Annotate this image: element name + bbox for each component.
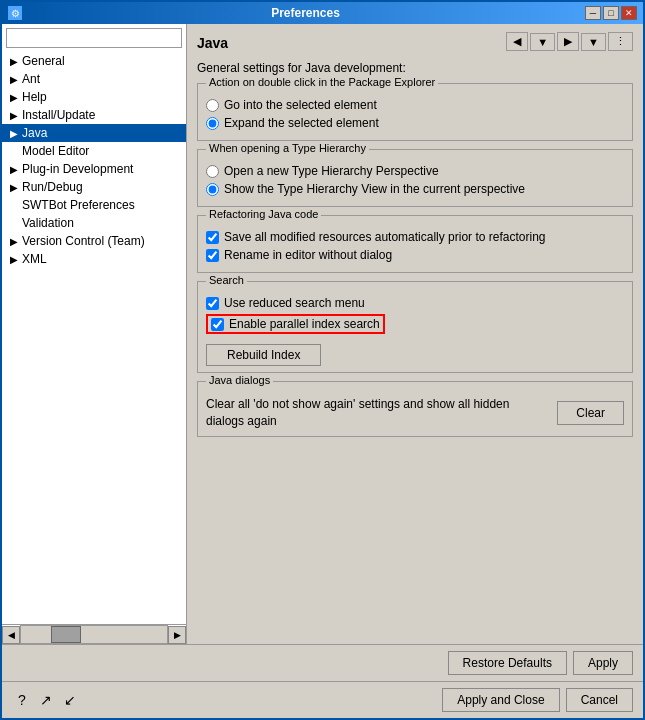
scroll-right-button[interactable]: ▶ xyxy=(168,626,186,644)
check-parallel-index: Enable parallel index search xyxy=(206,314,624,334)
window-icon: ⚙ xyxy=(8,6,22,20)
sidebar-item-label: Model Editor xyxy=(22,144,89,158)
footer-icons: ? ↗ ↙ xyxy=(12,690,80,710)
sidebar-item-validation[interactable]: Validation xyxy=(2,214,186,232)
radio-go-into-label: Go into the selected element xyxy=(224,98,377,112)
sidebar-item-label: Plug-in Development xyxy=(22,162,133,176)
type-hierarchy-section-title: When opening a Type Hierarchy xyxy=(206,142,369,154)
sidebar-item-xml[interactable]: ▶ XML xyxy=(2,250,186,268)
minimize-button[interactable]: ─ xyxy=(585,6,601,20)
radio-expand-label: Expand the selected element xyxy=(224,116,379,130)
arrow-icon: ▶ xyxy=(10,92,18,103)
sidebar-item-run-debug[interactable]: ▶ Run/Debug xyxy=(2,178,186,196)
sidebar-item-install-update[interactable]: ▶ Install/Update xyxy=(2,106,186,124)
window-title: Preferences xyxy=(26,6,585,20)
refactoring-section-title: Refactoring Java code xyxy=(206,208,321,220)
radio-new-perspective-input[interactable] xyxy=(206,165,219,178)
sidebar-item-label: Help xyxy=(22,90,47,104)
right-panel: Java ◀ ▼ ▶ ▼ ⋮ General settings for Java… xyxy=(187,24,643,644)
sidebar-item-label: Java xyxy=(22,126,47,140)
arrow-icon: ▶ xyxy=(10,182,18,193)
sidebar-scrollbar: ◀ ▶ xyxy=(2,624,186,644)
sidebar-item-general[interactable]: ▶ General xyxy=(2,52,186,70)
refactoring-section: Refactoring Java code Save all modified … xyxy=(197,215,633,273)
dialogs-description: Clear all 'do not show again' settings a… xyxy=(206,396,549,430)
cancel-button[interactable]: Cancel xyxy=(566,688,633,712)
check-save-modified-input[interactable] xyxy=(206,231,219,244)
arrow-icon: ▶ xyxy=(10,128,18,139)
forward-button[interactable]: ▶ xyxy=(557,32,579,51)
sidebar-item-label: XML xyxy=(22,252,47,266)
title-bar: ⚙ Preferences ─ □ ✕ xyxy=(2,2,643,24)
sidebar-item-label: Install/Update xyxy=(22,108,95,122)
radio-new-perspective-label: Open a new Type Hierarchy Perspective xyxy=(224,164,439,178)
arrow-icon: ▶ xyxy=(10,74,18,85)
check-rename-no-dialog: Rename in editor without dialog xyxy=(206,248,624,262)
radio-go-into-input[interactable] xyxy=(206,99,219,112)
search-section: Search Use reduced search menu Enable pa… xyxy=(197,281,633,373)
forward-dropdown-button[interactable]: ▼ xyxy=(581,33,606,51)
sidebar-item-label: General xyxy=(22,54,65,68)
radio-go-into: Go into the selected element xyxy=(206,98,624,112)
clear-button[interactable]: Clear xyxy=(557,401,624,425)
rebuild-index-container: Rebuild Index xyxy=(206,340,624,366)
arrow-icon: ▶ xyxy=(10,164,18,175)
check-parallel-index-label: Enable parallel index search xyxy=(229,317,380,331)
check-reduced-menu: Use reduced search menu xyxy=(206,296,624,310)
bottom-bar: Restore Defaults Apply xyxy=(2,644,643,681)
export-icon[interactable]: ↗ xyxy=(36,690,56,710)
radio-current-view: Show the Type Hierarchy View in the curr… xyxy=(206,182,624,196)
sidebar-search-input[interactable] xyxy=(6,28,182,48)
page-title: Java xyxy=(197,35,228,51)
rebuild-index-button[interactable]: Rebuild Index xyxy=(206,344,321,366)
sidebar-item-ant[interactable]: ▶ Ant xyxy=(2,70,186,88)
sidebar-item-swtbot[interactable]: SWTBot Preferences xyxy=(2,196,186,214)
bottom-action-bar: ? ↗ ↙ Apply and Close Cancel xyxy=(2,681,643,718)
help-icon[interactable]: ? xyxy=(12,690,32,710)
close-buttons: Apply and Close Cancel xyxy=(442,688,633,712)
check-save-modified: Save all modified resources automaticall… xyxy=(206,230,624,244)
main-content: ▶ General ▶ Ant ▶ Help ▶ Install/Update … xyxy=(2,24,643,644)
back-button[interactable]: ◀ xyxy=(506,32,528,51)
check-rename-no-dialog-input[interactable] xyxy=(206,249,219,262)
scroll-left-button[interactable]: ◀ xyxy=(2,626,20,644)
radio-current-view-label: Show the Type Hierarchy View in the curr… xyxy=(224,182,525,196)
radio-expand: Expand the selected element xyxy=(206,116,624,130)
radio-expand-input[interactable] xyxy=(206,117,219,130)
double-click-section: Action on double click in the Package Ex… xyxy=(197,83,633,141)
sidebar-item-help[interactable]: ▶ Help xyxy=(2,88,186,106)
sidebar-item-model-editor[interactable]: Model Editor xyxy=(2,142,186,160)
page-header: Java ◀ ▼ ▶ ▼ ⋮ xyxy=(197,32,633,57)
menu-button[interactable]: ⋮ xyxy=(608,32,633,51)
scroll-track xyxy=(20,625,168,644)
check-rename-no-dialog-label: Rename in editor without dialog xyxy=(224,248,392,262)
import-icon[interactable]: ↙ xyxy=(60,690,80,710)
maximize-button[interactable]: □ xyxy=(603,6,619,20)
page-navigation: ◀ ▼ ▶ ▼ ⋮ xyxy=(506,32,633,51)
sidebar-item-label: Validation xyxy=(22,216,74,230)
preferences-window: ⚙ Preferences ─ □ ✕ ▶ General ▶ Ant xyxy=(0,0,645,720)
parallel-index-highlight: Enable parallel index search xyxy=(206,314,385,334)
sidebar-item-java[interactable]: ▶ Java xyxy=(2,124,186,142)
check-reduced-menu-input[interactable] xyxy=(206,297,219,310)
sidebar-item-version-control[interactable]: ▶ Version Control (Team) xyxy=(2,232,186,250)
java-dialogs-section-title: Java dialogs xyxy=(206,374,273,386)
spacer xyxy=(197,445,633,636)
sidebar-item-label: Ant xyxy=(22,72,40,86)
apply-button[interactable]: Apply xyxy=(573,651,633,675)
radio-current-view-input[interactable] xyxy=(206,183,219,196)
back-dropdown-button[interactable]: ▼ xyxy=(530,33,555,51)
type-hierarchy-section: When opening a Type Hierarchy Open a new… xyxy=(197,149,633,207)
sidebar: ▶ General ▶ Ant ▶ Help ▶ Install/Update … xyxy=(2,24,187,644)
double-click-section-title: Action on double click in the Package Ex… xyxy=(206,76,438,88)
close-button[interactable]: ✕ xyxy=(621,6,637,20)
scroll-thumb[interactable] xyxy=(51,626,81,643)
search-section-title: Search xyxy=(206,274,247,286)
arrow-icon: ▶ xyxy=(10,254,18,265)
restore-defaults-button[interactable]: Restore Defaults xyxy=(448,651,567,675)
sidebar-item-plugin-development[interactable]: ▶ Plug-in Development xyxy=(2,160,186,178)
apply-and-close-button[interactable]: Apply and Close xyxy=(442,688,559,712)
sidebar-item-label: Version Control (Team) xyxy=(22,234,145,248)
check-save-modified-label: Save all modified resources automaticall… xyxy=(224,230,545,244)
check-parallel-index-input[interactable] xyxy=(211,318,224,331)
